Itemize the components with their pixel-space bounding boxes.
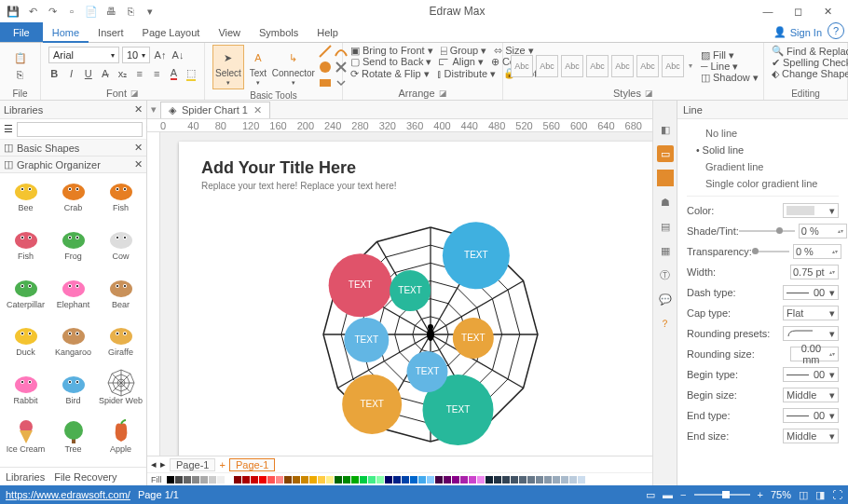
line-button[interactable]: ─ Line ▾: [701, 61, 759, 72]
close-doc-icon[interactable]: ✕: [253, 104, 262, 116]
color-swatch[interactable]: [200, 476, 208, 484]
library-shape[interactable]: Crab: [49, 175, 97, 224]
color-swatch[interactable]: [435, 476, 443, 484]
line-panel-icon[interactable]: ▭: [657, 145, 674, 162]
color-swatch[interactable]: [502, 476, 510, 484]
library-shape[interactable]: Fish: [97, 175, 144, 224]
tab-insert[interactable]: Insert: [89, 22, 133, 42]
library-shape[interactable]: Tree: [49, 416, 97, 465]
line-shape-icon[interactable]: [319, 45, 332, 58]
color-swatch[interactable]: [553, 476, 560, 484]
color-swatch[interactable]: [368, 476, 376, 484]
color-swatch[interactable]: [376, 476, 384, 484]
style-chip[interactable]: Abc: [511, 55, 533, 77]
help-panel-icon[interactable]: ？: [657, 315, 674, 332]
width-input[interactable]: 0.75 pt▴▾: [790, 265, 839, 279]
paste-icon[interactable]: 📋: [13, 50, 28, 65]
rounding-size-input[interactable]: 0.00 mm▴▾: [790, 347, 839, 361]
align-button[interactable]: ⫍ Align ▾: [439, 56, 483, 67]
prev-page-icon[interactable]: ◂: [151, 458, 157, 470]
transparency-slider[interactable]: [752, 251, 789, 252]
font-size-combo[interactable]: 10 ▾: [122, 47, 150, 63]
color-swatch[interactable]: [335, 476, 342, 484]
text-tool[interactable]: AText▾: [248, 48, 268, 87]
color-swatch[interactable]: [351, 476, 359, 484]
font-dialog-icon[interactable]: ◪: [130, 89, 139, 98]
color-swatch[interactable]: [234, 476, 241, 484]
styles-more-icon[interactable]: ▾: [687, 61, 694, 70]
close-panel-icon[interactable]: ✕: [134, 103, 143, 116]
style-chip[interactable]: Abc: [611, 55, 634, 77]
tab-help[interactable]: Help: [308, 22, 348, 42]
circle-shape-icon[interactable]: [319, 61, 332, 74]
send-back-button[interactable]: ▢ Send to Back ▾: [350, 56, 431, 67]
line-option-single-gradient[interactable]: Single color gradient line: [687, 175, 839, 192]
library-shape[interactable]: Duck: [2, 320, 49, 368]
export-icon[interactable]: ⎘: [123, 4, 138, 19]
color-swatch[interactable]: [486, 476, 493, 484]
end-type-combo[interactable]: 00▾: [783, 408, 839, 423]
file-menu[interactable]: File: [0, 22, 43, 42]
maximize-icon[interactable]: ◻: [786, 3, 809, 20]
color-swatch[interactable]: [217, 476, 225, 484]
color-swatch[interactable]: [477, 476, 485, 484]
add-page-icon[interactable]: +: [219, 459, 225, 470]
library-shape[interactable]: Apple: [97, 416, 144, 465]
color-swatch[interactable]: [410, 476, 417, 484]
undo-icon[interactable]: ↶: [25, 4, 40, 19]
dash-combo[interactable]: 00▾: [783, 285, 839, 300]
begin-size-combo[interactable]: Middle▾: [783, 388, 839, 402]
tab-home[interactable]: Home: [43, 22, 89, 42]
fill-button[interactable]: ▨ Fill ▾: [701, 49, 759, 61]
page-title[interactable]: Add Your Title Here: [201, 158, 356, 178]
page-tab-1[interactable]: Page-1: [170, 458, 215, 471]
zoom-minus-icon[interactable]: −: [680, 489, 686, 500]
tab-page-layout[interactable]: Page Layout: [133, 22, 210, 42]
color-swatch[interactable]: [167, 476, 174, 484]
tabs-menu-icon[interactable]: ▾: [151, 103, 157, 116]
distribute-button[interactable]: ⫿ Distribute ▾: [437, 67, 496, 79]
close-section-icon[interactable]: ✕: [134, 142, 143, 154]
style-chip[interactable]: Abc: [636, 55, 659, 77]
library-shape[interactable]: Caterpillar: [2, 272, 49, 320]
color-swatch[interactable]: [444, 476, 451, 484]
color-swatch[interactable]: [427, 476, 434, 484]
library-shape[interactable]: Giraffe: [97, 320, 144, 368]
library-shape[interactable]: Kangaroo: [49, 320, 97, 368]
page-panel-icon[interactable]: ▤: [657, 218, 674, 235]
color-swatch[interactable]: [418, 476, 426, 484]
view-mode-icon[interactable]: ◫: [799, 489, 808, 501]
arrange-dialog-icon[interactable]: ◪: [439, 89, 447, 98]
library-shape[interactable]: Frog: [49, 224, 97, 272]
minimize-icon[interactable]: —: [757, 3, 779, 20]
section-basic-shapes[interactable]: Basic Shapes: [17, 143, 79, 154]
color-swatch[interactable]: [393, 476, 401, 484]
spelling-button[interactable]: ✔ Spelling Check: [772, 57, 840, 68]
bullets-icon[interactable]: ≡: [134, 66, 145, 81]
library-shape[interactable]: Bird: [49, 368, 97, 416]
color-swatch[interactable]: [192, 476, 199, 484]
fullscreen-icon[interactable]: ◨: [815, 489, 825, 501]
bold-icon[interactable]: B: [48, 66, 60, 81]
library-shape[interactable]: Fish: [2, 224, 49, 272]
style-chip[interactable]: Abc: [662, 55, 684, 77]
color-swatch[interactable]: [267, 476, 275, 484]
close-icon[interactable]: ✕: [816, 3, 839, 20]
increase-font-icon[interactable]: A↑: [153, 48, 168, 62]
align-icon[interactable]: ≡: [151, 66, 162, 81]
color-swatch[interactable]: [251, 476, 258, 484]
library-shape[interactable]: Bee: [2, 175, 49, 224]
color-swatch[interactable]: [284, 476, 292, 484]
line-option-gradient[interactable]: Gradient line: [687, 158, 839, 175]
line-option-solid[interactable]: • Solid line: [687, 142, 839, 158]
tab-symbols[interactable]: Symbols: [250, 22, 308, 42]
transparency-input[interactable]: 0 %▴▾: [793, 244, 841, 259]
color-swatch[interactable]: [578, 476, 585, 484]
styles-dialog-icon[interactable]: ◪: [645, 89, 653, 98]
doc-tab[interactable]: ◈Spider Chart 1✕: [160, 102, 270, 118]
cap-combo[interactable]: Flat▾: [783, 306, 839, 320]
select-tool[interactable]: ➤Select▾: [212, 45, 244, 89]
save-icon[interactable]: 💾: [6, 4, 21, 19]
library-shape[interactable]: Cow: [97, 224, 144, 272]
style-chip[interactable]: Abc: [586, 55, 609, 77]
